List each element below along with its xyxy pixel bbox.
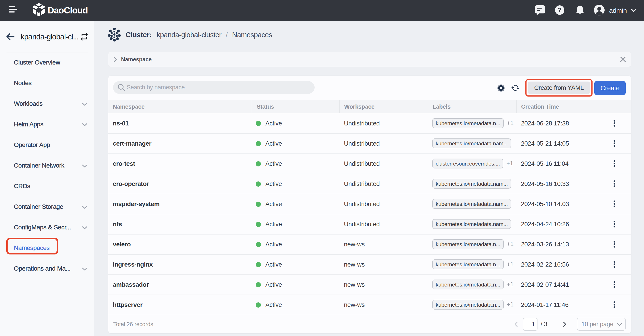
svg-text:?: ?	[558, 7, 562, 14]
